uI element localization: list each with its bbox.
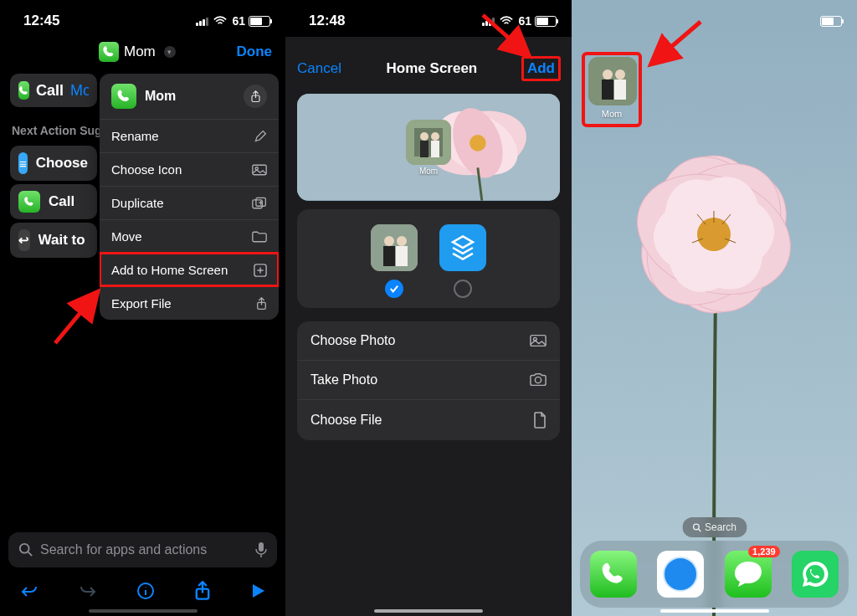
suggestion-wait-return[interactable]: ↩︎ Wait to Return: [10, 223, 97, 258]
status-time: 12:45: [23, 13, 59, 29]
context-choose-icon[interactable]: Choose Icon: [100, 152, 279, 186]
home-indicator[interactable]: [374, 609, 483, 613]
shortcut-context-menu: Mom Rename Choose Icon Duplicate Move Ad…: [100, 74, 279, 320]
context-header: Mom: [100, 74, 279, 119]
mic-icon[interactable]: [255, 542, 267, 557]
svg-rect-8: [259, 542, 264, 552]
icon-option-custom[interactable]: [371, 224, 418, 298]
camera-icon: [530, 373, 547, 387]
modal-title: Home Screen: [387, 60, 478, 77]
svg-point-15: [470, 135, 486, 151]
context-rename[interactable]: Rename: [100, 119, 279, 152]
dock-app-safari[interactable]: [657, 551, 704, 598]
shortcuts-default-icon: [439, 224, 486, 271]
image-icon: [530, 334, 547, 347]
icon-option-default[interactable]: [439, 224, 486, 298]
messages-badge: 1,239: [748, 546, 780, 557]
call-action-verb: Call: [36, 82, 64, 100]
svg-rect-52: [614, 80, 626, 100]
editor-header: Mom ▾ Done: [0, 37, 285, 70]
custom-shortcut-thumb: [588, 57, 637, 105]
custom-photo-thumb: [371, 224, 418, 271]
battery-icon: 61: [232, 14, 270, 28]
suggestion-choose-menu[interactable]: ≡ Choose from Menu: [10, 146, 97, 181]
svg-rect-1: [253, 165, 266, 174]
phone-screen-home: 12:49 61 Mom Search 1,239: [572, 0, 857, 616]
search-icon: [18, 542, 33, 557]
phone-screen-shortcuts-editor: 12:45 61 Mom ▾ Done Call Mom Next Action…: [0, 0, 285, 616]
cancel-button[interactable]: Cancel: [297, 60, 341, 77]
wifi-icon: [500, 16, 513, 26]
radio-selected[interactable]: [385, 280, 403, 298]
svg-point-53: [693, 524, 699, 530]
home-shortcut-label: Mom: [588, 109, 635, 119]
dock-app-whatsapp[interactable]: [792, 551, 839, 598]
phone-icon: [18, 81, 29, 100]
image-source-list: Choose Photo Take Photo Choose File: [297, 321, 560, 440]
add-button[interactable]: Add: [522, 57, 560, 80]
choose-photo-row[interactable]: Choose Photo: [297, 321, 560, 361]
svg-rect-21: [431, 141, 439, 157]
pencil-icon: [254, 130, 267, 143]
context-add-home-screen[interactable]: Add to Home Screen: [100, 253, 279, 286]
choose-file-row[interactable]: Choose File: [297, 400, 560, 440]
svg-point-18: [420, 132, 428, 141]
svg-point-7: [20, 544, 29, 553]
home-shortcut-icon[interactable]: Mom: [585, 55, 639, 124]
done-button[interactable]: Done: [237, 44, 273, 60]
svg-rect-50: [602, 80, 613, 100]
context-move[interactable]: Move: [100, 219, 279, 253]
home-indicator[interactable]: [89, 609, 198, 613]
shortcut-name[interactable]: Mom: [124, 44, 156, 60]
image-icon: [252, 164, 267, 176]
preview-app-icon: [406, 120, 451, 165]
redo-button[interactable]: [78, 581, 98, 601]
menu-icon: ≡: [18, 152, 28, 174]
wifi-icon: [213, 16, 227, 26]
phone-screen-add-to-home: 12:48 61 Cancel Home Screen Add: [285, 0, 572, 616]
svg-rect-19: [420, 141, 428, 157]
svg-rect-24: [383, 246, 395, 266]
dock-app-phone[interactable]: [590, 551, 637, 598]
take-photo-row[interactable]: Take Photo: [297, 361, 560, 400]
document-icon: [533, 412, 547, 429]
chevron-down-icon[interactable]: ▾: [164, 46, 176, 58]
spotlight-search-pill[interactable]: Search: [682, 517, 747, 537]
modal-header: Cancel Home Screen Add: [285, 49, 572, 89]
run-button[interactable]: [249, 583, 266, 599]
svg-rect-26: [396, 246, 408, 266]
svg-point-25: [397, 236, 407, 246]
status-bar: 12:45 61: [0, 0, 285, 37]
dock: 1,239: [580, 541, 849, 608]
dock-app-messages[interactable]: 1,239: [725, 551, 772, 598]
radio-unselected[interactable]: [454, 280, 472, 298]
svg-point-29: [535, 377, 541, 382]
svg-point-20: [431, 132, 439, 141]
share-button[interactable]: [194, 581, 211, 601]
home-indicator[interactable]: [660, 609, 769, 613]
search-icon: [692, 523, 701, 532]
home-screen-preview: Mom: [297, 94, 560, 201]
search-bar[interactable]: Search for apps and actions: [8, 532, 277, 567]
suggestion-call[interactable]: Call: [10, 184, 97, 219]
status-bar: 12:48 61: [285, 0, 572, 37]
battery-icon: 61: [518, 14, 557, 28]
svg-point-23: [384, 236, 394, 246]
cellular-icon: [196, 16, 208, 26]
phone-app-icon: [99, 42, 119, 62]
duplicate-icon: [252, 197, 267, 210]
context-duplicate[interactable]: Duplicate: [100, 186, 279, 219]
context-export-file[interactable]: Export File: [100, 286, 279, 320]
cellular-icon: [482, 16, 495, 26]
undo-button[interactable]: [19, 581, 39, 601]
share-button[interactable]: [244, 85, 267, 108]
call-action-block[interactable]: Call Mom: [10, 74, 97, 107]
phone-icon: [18, 191, 40, 213]
info-button[interactable]: [136, 582, 155, 600]
phone-icon: [111, 84, 136, 109]
svg-rect-27: [531, 336, 546, 346]
call-action-target[interactable]: Mom: [70, 82, 89, 100]
icon-picker: [297, 209, 560, 308]
bottom-toolbar: [0, 574, 285, 608]
svg-point-51: [615, 69, 625, 80]
